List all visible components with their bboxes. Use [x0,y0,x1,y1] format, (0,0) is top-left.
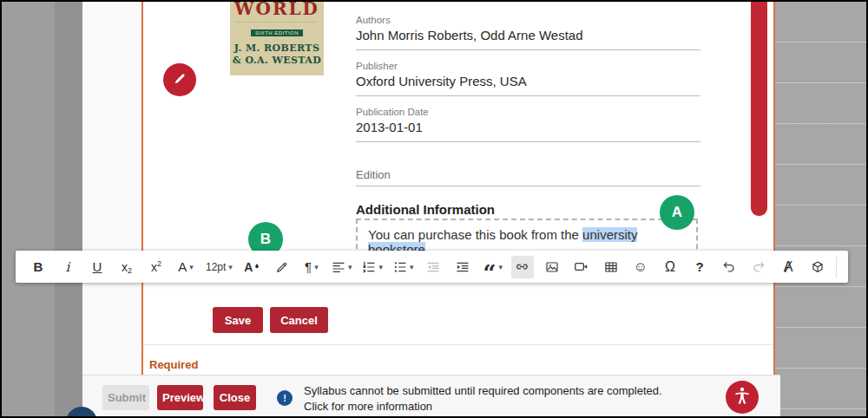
submit-button: Submit [102,385,149,410]
app-stage: WORLD SIXTH EDITION J. M. ROBERTS & O.A.… [2,2,866,416]
outdent-icon [426,260,440,274]
background-dimmed-table [775,2,866,416]
panel-right-border [773,2,775,375]
publisher-field[interactable]: Publisher Oxford University Press, USA [356,61,700,96]
info-icon[interactable]: ! [277,390,293,406]
pencil-icon [173,71,187,89]
annotation-badge-a: A [660,195,694,230]
image-icon [545,260,559,274]
toolbar-increase-indent-button[interactable] [451,256,474,278]
edition-field[interactable]: Edition [356,168,700,186]
publication-date-field[interactable]: Publication Date 2013-01-01 [356,107,700,142]
toolbar-insert-link-button[interactable] [511,256,534,278]
book-cover-edition-banner: SIXTH EDITION [251,29,303,36]
background-left-rail [55,2,82,416]
toolbar-insert-video-button[interactable] [570,256,593,278]
submit-notice-line1: Syllabus cannot be submitted until requi… [304,383,662,399]
toolbar-insert-image-button[interactable] [541,256,563,278]
save-button[interactable]: Save [213,307,263,333]
toolbar-paragraph-format-button[interactable]: ¶▾ [300,256,323,278]
font-family-glyph: A [178,259,187,274]
toolbar-font-size-button[interactable]: 12pt▾ [204,256,234,278]
toolbar-underline-button[interactable]: U [86,256,108,278]
align-icon [332,260,345,274]
toolbar-emoticons-button[interactable]: ☺ [629,256,652,278]
toolbar-alignment-button[interactable]: ▾ [330,256,354,278]
toolbar-help-button[interactable]: ? [688,256,711,278]
dropdown-caret-icon: ▾ [189,263,194,271]
toolbar-text-color-button[interactable]: A [241,256,264,278]
panel-divider [143,344,773,345]
toolbar-italic-button[interactable]: i [56,256,79,278]
toolbar-embed-button[interactable] [806,256,829,278]
redo-icon [752,260,766,274]
link-icon [515,259,529,274]
toolbar-decrease-indent-button [422,256,444,278]
underline-glyph: U [93,259,102,274]
bold-glyph: B [34,259,43,274]
toolbar-blockquote-button[interactable]: “▾ [481,256,504,278]
indent-icon [456,260,470,274]
subscript-glyph: x [122,260,128,274]
page-left-margin [82,2,143,375]
accessibility-button[interactable] [726,381,759,414]
blockquote-glyph: “ [483,271,496,276]
submit-notice[interactable]: Syllabus cannot be submitted until requi… [304,383,662,415]
authors-label: Authors [356,15,700,25]
toolbar-bullet-list-button[interactable]: ▾ [391,256,416,278]
toolbar-special-characters-button[interactable]: Ω [659,256,681,278]
dropdown-caret-icon: ▾ [378,263,383,271]
cancel-button[interactable]: Cancel [270,307,328,333]
dropdown-caret-icon: ▾ [228,263,233,271]
toolbar-highlighter-button[interactable] [271,256,293,278]
required-note: Required [149,358,198,371]
additional-information-heading: Additional Information [356,202,495,217]
panel-left-border [141,2,143,375]
preview-button[interactable]: Preview [157,385,203,410]
submit-notice-line2: Click for more information [304,399,662,415]
editor-text-before: You can purchase this book from the [368,227,582,242]
footer-bar: Submit Preview Close ! Syllabus cannot b… [82,375,780,416]
publisher-label: Publisher [356,61,700,71]
book-cover-author-line1: J. M. ROBERTS [230,42,324,55]
dropdown-caret-icon: ▾ [348,263,352,271]
dropdown-caret-icon: ▾ [498,263,503,271]
cube-icon [811,260,825,274]
publication-date-label: Publication Date [356,107,700,117]
toolbar-bold-button[interactable]: B [27,256,49,278]
authors-field[interactable]: Authors John Morris Roberts, Odd Arne We… [356,15,700,50]
toolbar-superscript-button[interactable]: x2 [145,256,168,278]
dropdown-caret-icon: ▾ [314,263,319,271]
toolbar-redo-button [747,256,770,278]
text-color-icon: A [244,260,260,274]
superscript-sup-glyph: 2 [157,259,161,268]
toolbar-undo-button[interactable] [718,256,740,278]
vertical-scrollbar-thumb[interactable] [751,2,767,216]
close-button[interactable]: Close [214,385,256,410]
toolbar-subscript-button[interactable]: x2 [115,256,138,278]
pen-icon [275,260,289,274]
font-size-glyph: 12pt [206,261,226,273]
accessibility-icon [733,386,752,408]
toolbar-ordered-list-button[interactable]: ▾ [360,256,385,278]
bullet-list-icon [393,260,407,274]
toolbar-clear-formatting-button[interactable]: Ⱥ [777,256,799,278]
video-icon [574,259,589,274]
book-cover-author-line2: & O.A. WESTAD [230,55,324,67]
book-cover-title: WORLD [230,2,324,19]
edition-label: Edition [356,168,700,186]
editor-toolbar: BiUx2x2A▾12pt▾A¶▾▾▾▾“▾☺Ω?Ⱥ [16,251,848,283]
help-glyph: ? [695,259,703,274]
publication-date-value: 2013-01-01 [356,120,700,141]
undo-icon [722,260,736,274]
table-icon [604,260,618,274]
toolbar-insert-table-button[interactable] [600,256,622,278]
book-cover-image: WORLD SIXTH EDITION J. M. ROBERTS & O.A.… [230,2,324,75]
special-characters-glyph: Ω [665,259,675,275]
book-cover-divider [237,22,317,23]
edit-book-button[interactable] [163,63,196,96]
italic-glyph: i [66,259,70,275]
toolbar-font-family-button[interactable]: A▾ [174,256,197,278]
toolbar-separator [836,257,837,278]
subscript-sub-glyph: 2 [128,266,132,275]
